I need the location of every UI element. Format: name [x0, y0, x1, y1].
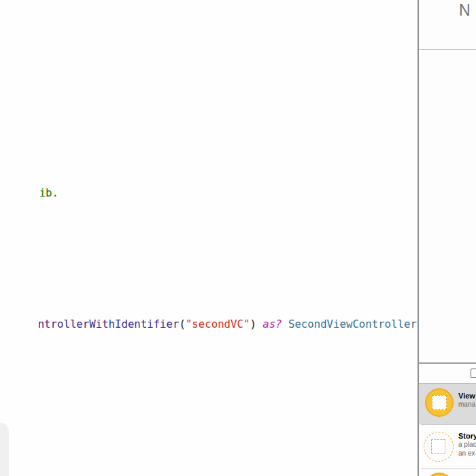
view-controller-icon-square [432, 395, 447, 410]
library-item-view-controller[interactable]: View mana [419, 384, 476, 424]
library-toolbar [419, 364, 476, 383]
comment-token: ib. [39, 186, 58, 199]
utilities-panel: N View mana Story a plac an ex [419, 0, 476, 476]
library-item-partial[interactable] [419, 469, 476, 476]
string-literal-token: "secondVC" [186, 318, 250, 330]
inspector-header-label: N [459, 1, 471, 20]
panel-corner-decoration [0, 422, 9, 476]
library-item-description-line1: a plac [458, 441, 476, 448]
close-paren-token: ) [250, 318, 256, 330]
grid-view-toggle-icon[interactable] [471, 369, 476, 378]
code-editor[interactable]: ib. ntrollerWithIdentifier("secondVC")as… [0, 0, 418, 476]
storyboard-reference-icon [424, 432, 454, 462]
library-item-description: mana [458, 401, 475, 408]
inspector-header-divider [419, 49, 476, 50]
library-item-icon-partial [425, 473, 454, 476]
library-item-storyboard-reference[interactable]: Story a plac an ex [419, 425, 476, 469]
type-name-token: SecondViewController [288, 318, 417, 330]
ide-window: ib. ntrollerWithIdentifier("secondVC")as… [0, 0, 476, 476]
storyboard-reference-icon-square [431, 439, 445, 454]
view-controller-icon [425, 388, 454, 417]
library-item-description-line2: an ex [458, 449, 475, 457]
method-call-token: ntrollerWithIdentifier [38, 318, 180, 330]
keyword-as-token: as? [262, 318, 282, 330]
library-item-title: Story [458, 432, 476, 440]
library-item-title: View [458, 392, 475, 400]
open-paren-token: ( [179, 318, 185, 330]
code-line-instantiate: ntrollerWithIdentifier("secondVC")as?Sec… [0, 305, 418, 343]
code-line-comment: ib. [1, 173, 58, 212]
